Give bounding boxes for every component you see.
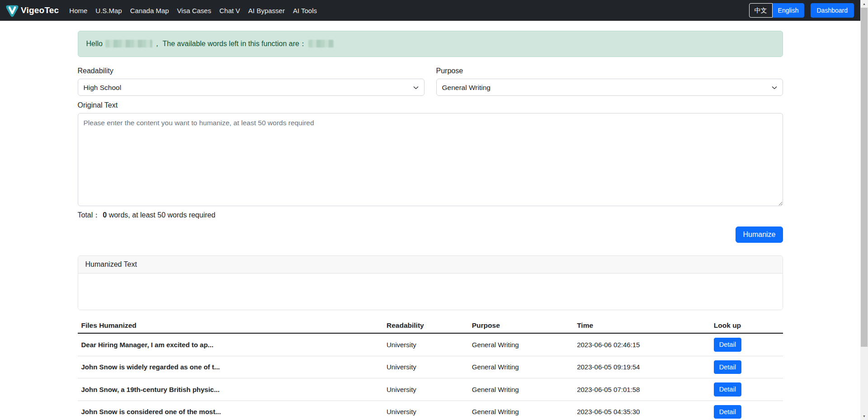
- col-header-time: Time: [573, 318, 710, 333]
- nav-item-u-s-map[interactable]: U.S.Map: [91, 3, 126, 18]
- language-toggle: 中文 English: [749, 3, 804, 18]
- col-header-readability: Readability: [383, 318, 468, 333]
- vigeotec-logo-icon: [5, 3, 20, 18]
- total-suffix: words, at least 50 words required: [109, 211, 216, 219]
- row-time: 2023-06-06 02:46:15: [573, 333, 710, 356]
- lang-english-button[interactable]: English: [773, 3, 804, 18]
- detail-button[interactable]: Detail: [714, 405, 741, 419]
- files-table: Files Humanized Readability Purpose Time…: [78, 318, 783, 420]
- nav-item-ai-bypasser[interactable]: AI Bypasser: [244, 3, 289, 18]
- greeting-banner: Hello ， The available words left in this…: [78, 31, 783, 57]
- col-header-files: Files Humanized: [78, 318, 383, 333]
- file-name: Dear Hiring Manager, I am excited to ap.…: [78, 333, 383, 356]
- row-readability: University: [383, 378, 468, 401]
- total-label: Total：: [78, 211, 100, 219]
- nav-item-home[interactable]: Home: [65, 3, 91, 18]
- purpose-select[interactable]: General Writing: [436, 79, 783, 96]
- nav-links: HomeU.S.MapCanada MapVisa CasesChat VAI …: [65, 3, 321, 18]
- word-count-value: 0: [103, 211, 107, 219]
- row-purpose: General Writing: [468, 378, 573, 401]
- row-purpose: General Writing: [468, 356, 573, 378]
- lang-chinese-button[interactable]: 中文: [749, 3, 773, 18]
- file-name: John Snow is widely regarded as one of t…: [78, 356, 383, 378]
- dashboard-button[interactable]: Dashboard: [811, 3, 854, 18]
- table-row: John Snow, a 19th-century British physic…: [78, 378, 783, 401]
- original-text-label: Original Text: [78, 101, 783, 109]
- nav-right: 中文 English Dashboard: [749, 3, 854, 18]
- nav-item-ai-tools[interactable]: AI Tools: [289, 3, 321, 18]
- scrollbar[interactable]: ▲ ▼: [860, 0, 868, 420]
- humanized-text-card: Humanized Text: [78, 255, 783, 310]
- col-header-lookup: Look up: [710, 318, 783, 333]
- scroll-up-icon[interactable]: ▲: [860, 0, 868, 7]
- humanize-button[interactable]: Humanize: [736, 227, 783, 243]
- nav-item-canada-map[interactable]: Canada Map: [126, 3, 173, 18]
- page: VigeoTec HomeU.S.MapCanada MapVisa Cases…: [0, 0, 860, 420]
- row-readability: University: [383, 401, 468, 420]
- redacted-word-balance: [308, 40, 334, 47]
- scroll-down-icon[interactable]: ▼: [860, 413, 868, 420]
- scroll-thumb[interactable]: [861, 8, 868, 347]
- purpose-label: Purpose: [436, 67, 783, 75]
- word-count-line: Total：0 words, at least 50 words require…: [78, 211, 783, 220]
- table-row: John Snow is considered one of the most.…: [78, 401, 783, 420]
- detail-button[interactable]: Detail: [714, 382, 741, 396]
- row-time: 2023-06-05 07:01:58: [573, 378, 710, 401]
- table-row: Dear Hiring Manager, I am excited to ap.…: [78, 333, 783, 356]
- greeting-message: The available words left in this functio…: [163, 40, 307, 47]
- redacted-username: [105, 40, 152, 47]
- col-header-purpose: Purpose: [468, 318, 573, 333]
- humanized-text-output: [78, 274, 783, 310]
- readability-select[interactable]: High School: [78, 79, 425, 96]
- original-text-input[interactable]: [78, 113, 783, 206]
- brand[interactable]: VigeoTec: [5, 3, 59, 18]
- row-time: 2023-06-05 09:19:54: [573, 356, 710, 378]
- row-purpose: General Writing: [468, 333, 573, 356]
- file-name: John Snow is considered one of the most.…: [78, 401, 383, 420]
- table-header-row: Files Humanized Readability Purpose Time…: [78, 318, 783, 333]
- detail-button[interactable]: Detail: [714, 360, 741, 374]
- file-name: John Snow, a 19th-century British physic…: [78, 378, 383, 401]
- navbar: VigeoTec HomeU.S.MapCanada MapVisa Cases…: [0, 0, 860, 21]
- nav-item-chat-v[interactable]: Chat V: [215, 3, 244, 18]
- table-row: John Snow is widely regarded as one of t…: [78, 356, 783, 378]
- brand-name: VigeoTec: [21, 5, 59, 15]
- humanized-text-card-title: Humanized Text: [78, 256, 783, 274]
- greeting-separator: ，: [153, 40, 160, 47]
- nav-item-visa-cases[interactable]: Visa Cases: [173, 3, 216, 18]
- row-readability: University: [383, 333, 468, 356]
- detail-button[interactable]: Detail: [714, 338, 741, 352]
- greeting-hello: Hello: [86, 40, 103, 47]
- readability-label: Readability: [78, 67, 425, 75]
- row-readability: University: [383, 356, 468, 378]
- row-time: 2023-06-05 04:35:30: [573, 401, 710, 420]
- row-purpose: General Writing: [468, 401, 573, 420]
